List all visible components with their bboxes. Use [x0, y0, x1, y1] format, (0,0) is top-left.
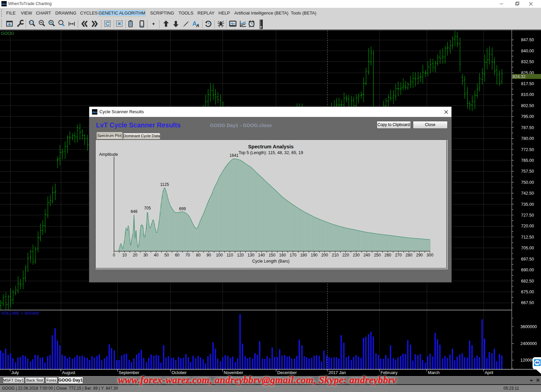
svg-text:735.00: 735.00	[521, 202, 534, 207]
svg-text:250: 250	[374, 252, 381, 257]
svg-text:VOLUME = 900480: VOLUME = 900480	[1, 311, 39, 316]
svg-text:705.00: 705.00	[521, 246, 534, 250]
svg-text:742.50: 742.50	[521, 191, 534, 196]
svg-text:100: 100	[216, 252, 223, 257]
svg-text:690.00: 690.00	[521, 268, 534, 272]
svg-text:667.50: 667.50	[521, 300, 534, 305]
svg-text:April: April	[485, 370, 493, 375]
svg-text:795.00: 795.00	[521, 114, 534, 119]
svg-text:1:1: 1:1	[29, 21, 33, 24]
svg-text:802.50: 802.50	[521, 103, 534, 108]
svg-text:765.00: 765.00	[521, 158, 534, 163]
svg-text:787.50: 787.50	[521, 125, 534, 130]
svg-text:200: 200	[321, 252, 328, 257]
svg-text:2400000: 2400000	[520, 341, 537, 346]
svg-text:80: 80	[196, 252, 201, 257]
svg-text:0: 0	[113, 252, 115, 257]
svg-text:290: 290	[416, 252, 423, 257]
svg-text:682.50: 682.50	[521, 279, 534, 284]
svg-text:712.50: 712.50	[521, 235, 534, 240]
svg-text:110: 110	[227, 252, 233, 257]
svg-text:GOOG: GOOG	[1, 31, 14, 36]
svg-text:20: 20	[133, 252, 138, 257]
svg-text:Amplitude: Amplitude	[99, 152, 118, 156]
svg-text:840.00: 840.00	[521, 49, 534, 53]
svg-text:40: 40	[154, 252, 159, 257]
svg-text:260: 260	[384, 252, 391, 257]
svg-text:727.50: 727.50	[521, 213, 534, 218]
svg-text:210: 210	[332, 252, 338, 257]
svg-text:847.50: 847.50	[521, 38, 534, 42]
svg-text:240: 240	[363, 252, 370, 257]
svg-text:90: 90	[207, 252, 211, 257]
svg-text:Top 5 (Length): 115, 48, 32, 6: Top 5 (Length): 115, 48, 32, 65, 19	[239, 150, 303, 155]
svg-text:270: 270	[395, 252, 402, 257]
svg-text:705: 705	[144, 206, 151, 211]
svg-text:780.00: 780.00	[521, 136, 534, 141]
svg-text:3600000: 3600000	[520, 324, 537, 329]
svg-text:810.00: 810.00	[521, 92, 534, 97]
svg-text:646: 646	[131, 209, 137, 214]
svg-text:190: 190	[311, 252, 317, 257]
svg-text:697.50: 697.50	[521, 257, 534, 262]
svg-text:280: 280	[405, 252, 412, 257]
svg-text:1125: 1125	[160, 182, 169, 187]
svg-text:230: 230	[353, 252, 360, 257]
svg-text:160: 160	[279, 252, 286, 257]
svg-text:757.50: 757.50	[521, 169, 534, 174]
svg-text:A: A	[196, 23, 199, 28]
svg-text:Cycle Length (Bars): Cycle Length (Bars)	[252, 259, 289, 263]
svg-text:July: July	[11, 370, 19, 375]
svg-text:150: 150	[268, 252, 275, 257]
svg-text:750.00: 750.00	[521, 180, 534, 185]
svg-text:832.50: 832.50	[521, 59, 534, 64]
svg-text:300: 300	[427, 252, 433, 257]
svg-text:30: 30	[143, 252, 148, 257]
svg-text:130: 130	[248, 252, 254, 257]
svg-text:817.50: 817.50	[521, 81, 534, 86]
svg-text:170: 170	[290, 252, 297, 257]
svg-text:70: 70	[186, 252, 190, 257]
svg-text:60: 60	[175, 252, 180, 257]
svg-text:March: March	[428, 370, 440, 375]
svg-text:August: August	[62, 370, 75, 375]
svg-text:140: 140	[258, 252, 265, 257]
svg-text:824.32: 824.32	[513, 74, 525, 79]
svg-text:10: 10	[122, 252, 127, 257]
svg-text:Spectrum Analysis: Spectrum Analysis	[248, 144, 294, 149]
svg-text:50: 50	[164, 252, 169, 257]
svg-text:772.50: 772.50	[521, 147, 534, 152]
svg-text:675.00: 675.00	[521, 290, 534, 294]
svg-text:120: 120	[237, 252, 244, 257]
svg-text:220: 220	[342, 252, 349, 257]
svg-text:180: 180	[300, 252, 307, 257]
svg-text:699: 699	[179, 206, 186, 211]
svg-text:1641: 1641	[230, 153, 239, 158]
svg-text:720.00: 720.00	[521, 224, 534, 228]
